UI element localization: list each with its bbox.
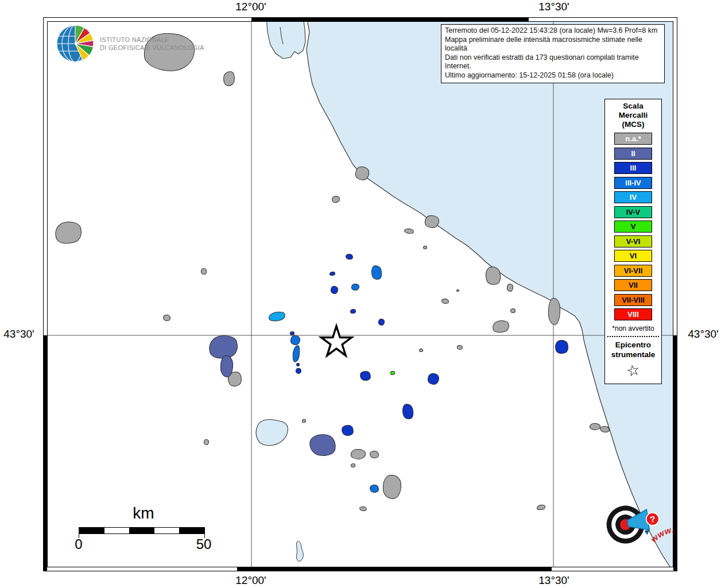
locality-blob-II	[308, 432, 338, 458]
locality-blob-III-IV	[292, 345, 301, 362]
locality-blob-na	[359, 506, 367, 512]
locality-blob-III	[359, 370, 371, 381]
locality-blob-III-IV	[370, 265, 383, 281]
locality-blob-na	[491, 319, 510, 334]
scale-segment	[154, 528, 180, 533]
locality-blob-III	[428, 373, 439, 385]
locality-blob-III-IV	[290, 335, 300, 345]
earthquake-info-box: Terremoto del 05-12-2022 15:43:28 (ora l…	[441, 24, 665, 83]
ingv-logo-text: ISTITUTO NAZIONALE DI GEOFISICA E VULCAN…	[100, 36, 204, 52]
legend-item-IV: IV	[614, 191, 652, 203]
watermark-terremoto: terremoto.it	[664, 559, 674, 574]
legend-title-line2: Mercalli	[605, 111, 661, 120]
legend-item-II: II	[614, 148, 652, 160]
locality-blob-na	[331, 195, 340, 203]
haisentito-watermark: ? www.haisentitoilterremoto.it	[587, 488, 674, 577]
legend-item-VIII: VIII	[614, 308, 652, 320]
legend-title-line1: Scala	[605, 102, 661, 111]
legend-item-VII-VIII: VII-VIII	[614, 294, 652, 306]
page: { "info_box": { "line1": "Terremoto del …	[0, 0, 721, 588]
scale-segment	[79, 528, 104, 533]
locality-layer	[48, 22, 673, 567]
locality-blob-II	[220, 355, 233, 377]
locality-blob-na	[204, 439, 209, 445]
locality-blob-na	[404, 228, 414, 234]
info-line-updated: Ultimo aggiornamento: 15-12-2025 01:58 (…	[445, 71, 661, 80]
locality-blob-III	[329, 271, 335, 276]
legend-footnote: *non avvertito	[605, 324, 661, 332]
legend-item-V-VI: V-VI	[614, 235, 652, 247]
locality-blob-na	[222, 71, 235, 87]
locality-blob-III	[401, 403, 414, 420]
legend-item-V: V	[614, 220, 652, 233]
map-canvas	[47, 21, 673, 567]
axis-label-bottom-12: 12°00'	[235, 574, 266, 587]
locality-blob-III	[331, 286, 338, 294]
locality-blob-na	[536, 504, 545, 510]
legend-box: Scala Mercalli (MCS) n.a.*IIIIIIII-IVIVI…	[604, 99, 662, 384]
ingv-name-line2: DI GEOFISICA E VULCANOLOGIA	[100, 44, 204, 52]
locality-blob-III	[378, 319, 385, 326]
locality-blob-na	[351, 449, 366, 459]
locality-blob-III	[345, 253, 353, 260]
locality-blob-na	[350, 463, 355, 467]
locality-blob-na	[419, 349, 424, 353]
legend-epicenter-line1: Epicentro	[605, 340, 661, 350]
axis-label-left-4330: 43°30'	[3, 328, 34, 341]
ingv-logo: ISTITUTO NAZIONALE DI GEOFISICA E VULCAN…	[56, 24, 204, 63]
ingv-name-line1: ISTITUTO NAZIONALE	[100, 36, 204, 44]
locality-blob-IV	[268, 311, 286, 323]
locality-blob-na	[507, 284, 513, 292]
legend-separator	[607, 336, 659, 337]
scale-segment	[129, 528, 154, 533]
info-line-data: Dati non verificati estratti da 173 ques…	[445, 53, 661, 71]
legend-item-VII: VII	[614, 279, 652, 291]
scale-bar-unit: km	[69, 504, 218, 523]
locality-blob-na	[456, 289, 460, 292]
legend-star-icon: ☆	[625, 361, 641, 380]
locality-blob-III	[554, 339, 569, 355]
legend-item-III-IV: III-IV	[614, 177, 652, 189]
axis-label-top-1330: 13°30'	[538, 1, 569, 13]
locality-blob-III	[341, 424, 354, 437]
locality-blob-III-IV	[351, 284, 359, 291]
locality-blob-na	[369, 450, 379, 459]
locality-blob-na	[423, 245, 428, 249]
legend-item-VI: VI	[614, 250, 652, 262]
map-frame	[43, 17, 677, 571]
scale-bar-bar	[79, 527, 205, 534]
legend-item-III: III	[614, 162, 652, 174]
scale-label-start: 0	[75, 536, 82, 552]
locality-blob-na	[484, 265, 502, 286]
locality-blob-III-IV	[369, 484, 379, 493]
locality-blob-na	[590, 423, 600, 430]
legend-epicenter-line2: strumentale	[605, 350, 661, 359]
legend-item-VI-VII: VI-VII	[614, 265, 652, 277]
locality-blob-na	[53, 219, 83, 245]
info-line-map: Mappa preliminare delle intensità macros…	[445, 36, 661, 53]
scale-bar: km 0 50	[69, 504, 218, 554]
scale-label-end: 50	[196, 536, 212, 552]
border-tick-bottom	[237, 567, 552, 571]
haisentito-logo-icon: ? www.haisentitoilterremoto.it	[587, 488, 674, 574]
legend-items: n.a.*IIIIIIII-IVIVIV-VVV-VIVIVI-VIIVIIVI…	[605, 133, 661, 320]
locality-blob-na	[548, 298, 560, 325]
locality-blob-na	[425, 215, 439, 228]
watermark-www: www.	[648, 524, 674, 545]
locality-blob-III	[296, 368, 301, 374]
legend-epicenter-label: Epicentro strumentale	[605, 340, 661, 359]
legend-title: Scala Mercalli (MCS)	[605, 102, 661, 129]
legend-item-IV-V: IV-V	[614, 206, 652, 218]
locality-blob-na	[441, 298, 449, 304]
locality-blob-na	[302, 419, 307, 423]
locality-blob-III	[296, 363, 300, 367]
legend-item-n.a.*: n.a.*	[614, 133, 652, 145]
locality-blob-na	[162, 314, 170, 322]
info-line-event: Terremoto del 05-12-2022 15:43:28 (ora l…	[445, 26, 661, 36]
legend-title-line3: (MCS)	[605, 120, 661, 129]
svg-text:www.haisentitoilterremoto.it: www.haisentitoilterremoto.it	[648, 519, 674, 574]
locality-blob-V	[390, 371, 395, 375]
ingv-globe-icon	[56, 24, 95, 63]
axis-label-right-4330: 43°30'	[688, 328, 719, 341]
axis-label-top-12: 12°00'	[235, 1, 266, 13]
